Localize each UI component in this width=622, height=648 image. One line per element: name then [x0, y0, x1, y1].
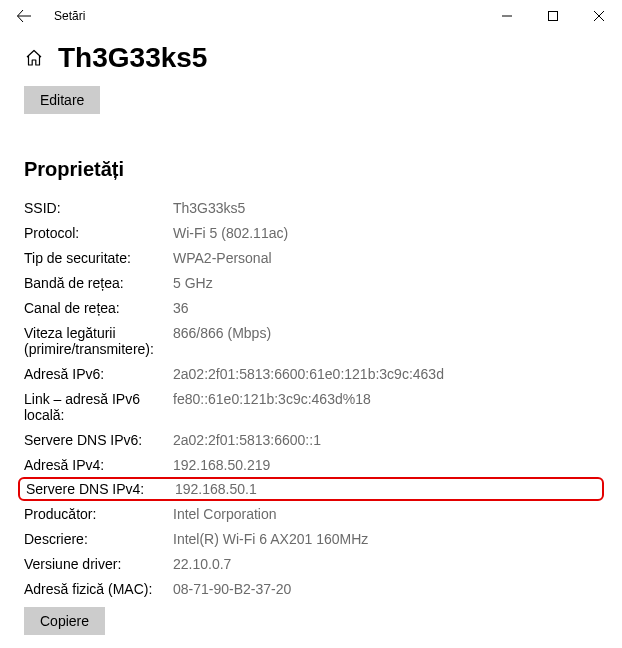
property-row: Descriere:Intel(R) Wi-Fi 6 AX201 160MHz	[24, 526, 598, 551]
property-value: Th3G33ks5	[173, 200, 245, 216]
property-row: Adresă IPv4:192.168.50.219	[24, 452, 598, 477]
property-value: WPA2-Personal	[173, 250, 272, 266]
copy-button[interactable]: Copiere	[24, 607, 105, 635]
property-row: Producător:Intel Corporation	[24, 501, 598, 526]
property-value: 192.168.50.219	[173, 457, 270, 473]
window-titlebar: Setări	[0, 0, 622, 32]
maximize-button[interactable]	[530, 0, 576, 32]
property-row: Viteza legăturii (primire/transmitere):8…	[24, 320, 598, 361]
property-label: Descriere:	[24, 531, 173, 547]
maximize-icon	[548, 11, 558, 21]
minimize-button[interactable]	[484, 0, 530, 32]
property-row: Adresă fizică (MAC):08-71-90-B2-37-20	[24, 576, 598, 601]
home-icon[interactable]	[24, 48, 44, 68]
property-label: Bandă de rețea:	[24, 275, 173, 291]
property-label: Viteza legăturii (primire/transmitere):	[24, 325, 173, 357]
property-value: 192.168.50.1	[175, 481, 257, 497]
arrow-left-icon	[16, 8, 32, 24]
property-label: SSID:	[24, 200, 173, 216]
property-label: Servere DNS IPv6:	[24, 432, 173, 448]
minimize-icon	[502, 11, 512, 21]
property-row: Bandă de rețea:5 GHz	[24, 270, 598, 295]
property-value: 36	[173, 300, 189, 316]
property-value: Intel(R) Wi-Fi 6 AX201 160MHz	[173, 531, 368, 547]
property-row: Link – adresă IPv6 locală:fe80::61e0:121…	[24, 386, 598, 427]
properties-table: SSID:Th3G33ks5Protocol:Wi-Fi 5 (802.11ac…	[24, 195, 598, 601]
window-title: Setări	[54, 9, 85, 23]
property-label: Adresă IPv4:	[24, 457, 173, 473]
property-value: fe80::61e0:121b:3c9c:463d%18	[173, 391, 371, 423]
property-row: Canal de rețea:36	[24, 295, 598, 320]
property-value: 5 GHz	[173, 275, 213, 291]
property-value: 866/866 (Mbps)	[173, 325, 271, 357]
property-value: Intel Corporation	[173, 506, 277, 522]
property-row: SSID:Th3G33ks5	[24, 195, 598, 220]
property-label: Producător:	[24, 506, 173, 522]
property-label: Tip de securitate:	[24, 250, 173, 266]
page-header: Th3G33ks5	[24, 42, 598, 74]
properties-heading: Proprietăți	[24, 158, 598, 181]
property-label: Protocol:	[24, 225, 173, 241]
property-value: Wi-Fi 5 (802.11ac)	[173, 225, 288, 241]
window-controls	[484, 0, 622, 32]
property-row: Adresă IPv6:2a02:2f01:5813:6600:61e0:121…	[24, 361, 598, 386]
property-label: Link – adresă IPv6 locală:	[24, 391, 173, 423]
property-label: Servere DNS IPv4:	[26, 481, 175, 497]
back-button[interactable]	[8, 0, 40, 32]
property-label: Adresă fizică (MAC):	[24, 581, 173, 597]
property-value: 22.10.0.7	[173, 556, 231, 572]
svg-rect-1	[549, 12, 558, 21]
close-icon	[594, 11, 604, 21]
property-row: Servere DNS IPv6:2a02:2f01:5813:6600::1	[24, 427, 598, 452]
property-row: Servere DNS IPv4:192.168.50.1	[18, 477, 604, 501]
property-value: 08-71-90-B2-37-20	[173, 581, 291, 597]
property-label: Canal de rețea:	[24, 300, 173, 316]
property-label: Adresă IPv6:	[24, 366, 173, 382]
property-row: Tip de securitate:WPA2-Personal	[24, 245, 598, 270]
close-button[interactable]	[576, 0, 622, 32]
page-title: Th3G33ks5	[58, 42, 207, 74]
property-row: Versiune driver:22.10.0.7	[24, 551, 598, 576]
edit-button[interactable]: Editare	[24, 86, 100, 114]
content-area: Th3G33ks5 Editare Proprietăți SSID:Th3G3…	[0, 32, 622, 648]
property-value: 2a02:2f01:5813:6600::1	[173, 432, 321, 448]
property-value: 2a02:2f01:5813:6600:61e0:121b:3c9c:463d	[173, 366, 444, 382]
property-row: Protocol:Wi-Fi 5 (802.11ac)	[24, 220, 598, 245]
property-label: Versiune driver:	[24, 556, 173, 572]
